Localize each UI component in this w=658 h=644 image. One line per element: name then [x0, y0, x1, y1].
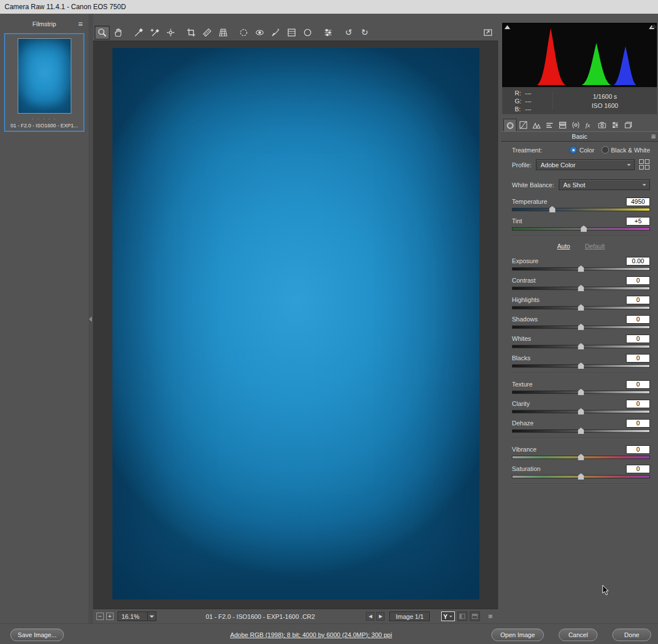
- slider-value-input[interactable]: [626, 198, 650, 206]
- slider-thumb[interactable]: [578, 473, 584, 480]
- slider-track[interactable]: [512, 208, 650, 211]
- workflow-options-link[interactable]: Adobe RGB (1998); 8 bit; 4000 by 6000 (2…: [230, 631, 392, 638]
- adjustment-brush-tool[interactable]: [268, 26, 283, 39]
- graduated-filter-tool[interactable]: [284, 26, 299, 39]
- red-eye-tool[interactable]: [252, 26, 267, 39]
- hand-tool[interactable]: [111, 26, 126, 39]
- crop-tool[interactable]: [184, 26, 199, 39]
- slider-thumb[interactable]: [578, 408, 584, 414]
- tab-tone-curve[interactable]: [516, 119, 530, 131]
- zoom-level-select[interactable]: 16.1%: [118, 611, 156, 621]
- slider-track[interactable]: [512, 267, 650, 271]
- before-after-top-bottom-button[interactable]: [470, 611, 480, 621]
- slider-thumb[interactable]: [578, 389, 584, 395]
- graduated-filter-icon: [286, 27, 297, 38]
- photo-preview[interactable]: [112, 48, 479, 599]
- next-image-button[interactable]: ▶: [376, 612, 385, 621]
- transform-tool[interactable]: [216, 26, 231, 39]
- slider-track[interactable]: [512, 429, 650, 433]
- slider-thumb[interactable]: [578, 363, 584, 369]
- tab-lens-corrections[interactable]: [569, 119, 582, 131]
- slider-thumb[interactable]: [578, 304, 584, 311]
- slider-track[interactable]: [512, 391, 650, 394]
- white-balance-dropdown[interactable]: As Shot: [559, 179, 650, 190]
- toggle-fullscreen-button[interactable]: [481, 26, 495, 39]
- slider-value-input[interactable]: [626, 445, 650, 454]
- slider-track[interactable]: [512, 410, 650, 413]
- shadow-clipping-icon[interactable]: [504, 25, 510, 29]
- slider-value-input[interactable]: [626, 419, 650, 428]
- slider-track[interactable]: [512, 475, 650, 478]
- slider-track[interactable]: [512, 456, 650, 459]
- slider-thumb[interactable]: [578, 428, 584, 434]
- zoom-in-button[interactable]: +: [106, 613, 114, 620]
- slider-track[interactable]: [512, 287, 650, 290]
- tab-basic[interactable]: [503, 119, 516, 131]
- slider-value-input[interactable]: [626, 296, 650, 304]
- default-link[interactable]: Default: [585, 243, 605, 249]
- rating-dots[interactable]: · · · · ·: [5, 116, 83, 122]
- rotate-left-tool[interactable]: ↺: [341, 26, 356, 39]
- zoom-tool[interactable]: [95, 26, 110, 39]
- slider-value-input[interactable]: [626, 335, 650, 343]
- filmstrip-thumbnail[interactable]: · · · · · 01 - F2.0 - ISO1600 - EXP1...: [4, 33, 84, 132]
- previous-image-button[interactable]: ◀: [366, 612, 374, 621]
- slider-thumb[interactable]: [578, 324, 584, 330]
- image-counter: Image 1/1: [389, 611, 430, 621]
- rotate-right-tool[interactable]: ↻: [357, 26, 372, 39]
- straighten-tool[interactable]: [200, 26, 215, 39]
- slider-track[interactable]: [512, 227, 650, 231]
- slider-thumb[interactable]: [578, 285, 584, 291]
- preferences-tool[interactable]: [321, 26, 336, 39]
- done-button[interactable]: Done: [612, 629, 651, 641]
- slider-value-input[interactable]: [626, 400, 650, 408]
- tab-hsl-adjustments[interactable]: [543, 119, 556, 131]
- profile-browser-icon[interactable]: [639, 159, 650, 170]
- treatment-bw-label[interactable]: Black & White: [611, 147, 650, 154]
- slider-track[interactable]: [512, 306, 650, 309]
- filmstrip-menu-icon[interactable]: ≡: [78, 20, 83, 28]
- filmstrip-splitter[interactable]: [88, 14, 93, 623]
- targeted-adjustment-tool[interactable]: [163, 26, 178, 39]
- profile-dropdown[interactable]: Adobe Color: [536, 159, 635, 170]
- before-after-left-right-button[interactable]: [457, 611, 467, 621]
- slider-value-input[interactable]: [626, 354, 650, 363]
- slider-value-input[interactable]: [626, 380, 650, 389]
- tab-detail[interactable]: [530, 119, 543, 131]
- cancel-button[interactable]: Cancel: [559, 629, 598, 641]
- tab-effects[interactable]: fx: [582, 119, 595, 131]
- radial-filter-tool[interactable]: [300, 26, 315, 39]
- slider-value-input[interactable]: [626, 217, 650, 226]
- slider-value-input[interactable]: [626, 257, 650, 265]
- treatment-bw-radio[interactable]: [602, 146, 609, 154]
- slider-value-input[interactable]: [626, 315, 650, 324]
- slider-value-input[interactable]: [626, 465, 650, 473]
- slider-thumb[interactable]: [578, 265, 584, 272]
- slider-track[interactable]: [512, 364, 650, 368]
- slider-track[interactable]: [512, 325, 650, 329]
- slider-track[interactable]: [512, 345, 650, 348]
- auto-link[interactable]: Auto: [557, 243, 570, 249]
- slider-thumb[interactable]: [549, 206, 555, 212]
- spot-removal-tool[interactable]: [236, 26, 251, 39]
- tab-split-toning[interactable]: [556, 119, 569, 131]
- color-sampler-tool[interactable]: [147, 26, 162, 39]
- save-image-button[interactable]: Save Image...: [10, 629, 64, 641]
- slider-thumb[interactable]: [580, 226, 587, 232]
- slider-thumb[interactable]: [578, 454, 584, 460]
- rotate-right-icon: ↻: [361, 27, 369, 38]
- treatment-color-radio[interactable]: [570, 146, 577, 154]
- scrollbar-up-icon[interactable]: [651, 24, 657, 28]
- preview-mode-toggle[interactable]: Y: [441, 611, 455, 621]
- tab-presets[interactable]: [608, 119, 621, 131]
- tab-snapshots[interactable]: [621, 119, 635, 131]
- slider-thumb[interactable]: [578, 343, 584, 349]
- open-image-button[interactable]: Open Image: [491, 629, 544, 641]
- slider-value-input[interactable]: [626, 276, 650, 285]
- preview-preferences-icon[interactable]: ≡: [488, 612, 493, 621]
- panel-menu-icon[interactable]: ≡: [651, 132, 656, 140]
- tab-camera-calibration[interactable]: [595, 119, 608, 131]
- zoom-out-button[interactable]: −: [96, 613, 104, 620]
- white-balance-tool[interactable]: [131, 26, 146, 39]
- treatment-color-label[interactable]: Color: [579, 147, 594, 154]
